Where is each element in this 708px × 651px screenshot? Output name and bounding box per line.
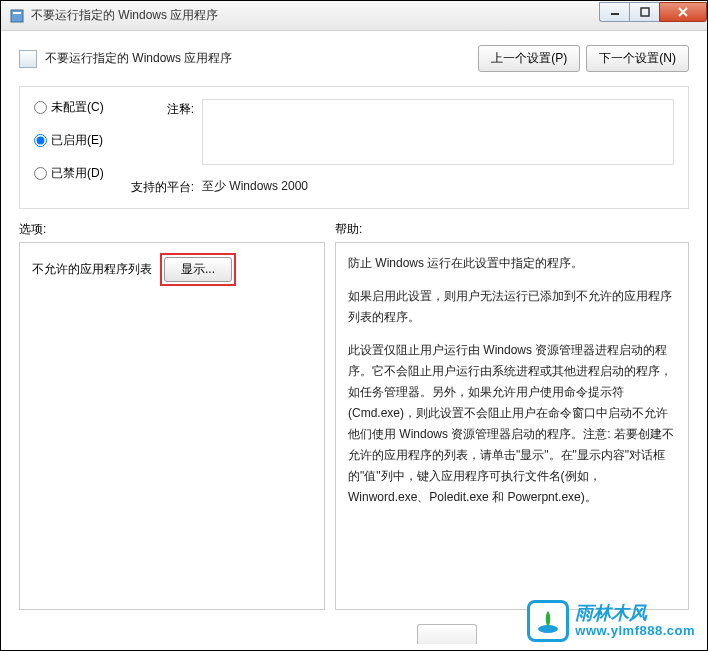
comment-textbox[interactable] bbox=[202, 99, 674, 165]
watermark: 雨林木风 www.ylmf888.com bbox=[527, 600, 695, 642]
radio-disabled[interactable]: 已禁用(D) bbox=[34, 165, 126, 182]
section-labels: 选项: 帮助: bbox=[19, 221, 689, 238]
prev-setting-button[interactable]: 上一个设置(P) bbox=[478, 45, 580, 72]
next-setting-button[interactable]: 下一个设置(N) bbox=[586, 45, 689, 72]
options-label: 选项: bbox=[19, 221, 335, 238]
platform-value: 至少 Windows 2000 bbox=[202, 177, 308, 196]
help-paragraph-1: 防止 Windows 运行在此设置中指定的程序。 bbox=[348, 253, 676, 274]
help-label: 帮助: bbox=[335, 221, 362, 238]
disallowed-list-label: 不允许的应用程序列表 bbox=[32, 261, 152, 278]
close-button[interactable] bbox=[659, 2, 707, 22]
policy-icon bbox=[19, 50, 37, 68]
header: 不要运行指定的 Windows 应用程序 上一个设置(P) 下一个设置(N) bbox=[1, 31, 707, 82]
options-panel: 不允许的应用程序列表 显示... bbox=[19, 242, 325, 610]
radio-enabled[interactable]: 已启用(E) bbox=[34, 132, 126, 149]
radio-unconfigured-input[interactable] bbox=[34, 101, 47, 114]
titlebar: 不要运行指定的 Windows 应用程序 bbox=[1, 1, 707, 31]
show-button[interactable]: 显示... bbox=[164, 257, 232, 282]
comment-label: 注释: bbox=[126, 99, 202, 165]
radio-disabled-label: 已禁用(D) bbox=[51, 165, 104, 182]
platform-label: 支持的平台: bbox=[126, 177, 202, 196]
watermark-url: www.ylmf888.com bbox=[575, 624, 695, 638]
help-paragraph-3: 此设置仅阻止用户运行由 Windows 资源管理器进程启动的程序。它不会阻止用户… bbox=[348, 340, 676, 508]
radio-unconfigured-label: 未配置(C) bbox=[51, 99, 104, 116]
app-icon bbox=[9, 8, 25, 24]
window-title: 不要运行指定的 Windows 应用程序 bbox=[31, 7, 218, 24]
page-title: 不要运行指定的 Windows 应用程序 bbox=[45, 50, 232, 67]
help-paragraph-2: 如果启用此设置，则用户无法运行已添加到不允许的应用程序列表的程序。 bbox=[348, 286, 676, 328]
radio-disabled-input[interactable] bbox=[34, 167, 47, 180]
help-panel: 防止 Windows 运行在此设置中指定的程序。 如果启用此设置，则用户无法运行… bbox=[335, 242, 689, 610]
config-panel: 未配置(C) 已启用(E) 已禁用(D) 注释: 支持的平台: 至少 Windo… bbox=[19, 86, 689, 209]
radio-enabled-input[interactable] bbox=[34, 134, 47, 147]
window-controls bbox=[599, 1, 707, 30]
footer-button-partial[interactable] bbox=[417, 624, 477, 644]
radio-unconfigured[interactable]: 未配置(C) bbox=[34, 99, 126, 116]
maximize-button[interactable] bbox=[629, 2, 659, 22]
radio-enabled-label: 已启用(E) bbox=[51, 132, 103, 149]
svg-rect-0 bbox=[11, 10, 23, 22]
show-button-highlight: 显示... bbox=[160, 253, 236, 286]
watermark-name: 雨林木风 bbox=[575, 604, 695, 624]
watermark-logo-icon bbox=[527, 600, 569, 642]
svg-rect-1 bbox=[13, 12, 21, 14]
minimize-button[interactable] bbox=[599, 2, 629, 22]
svg-rect-3 bbox=[641, 8, 649, 16]
